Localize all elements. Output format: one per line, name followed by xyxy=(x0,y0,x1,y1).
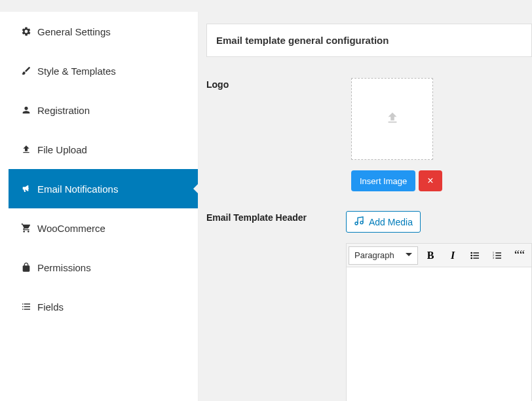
svg-rect-7 xyxy=(473,258,479,258)
add-media-label: Add Media xyxy=(369,217,413,227)
sidebar-item-label: Registration xyxy=(37,105,90,116)
svg-point-2 xyxy=(470,252,472,254)
bullet-list-button[interactable] xyxy=(465,246,485,265)
svg-point-0 xyxy=(355,222,358,225)
bold-button[interactable]: B xyxy=(421,246,440,265)
paragraph-select[interactable]: Paragraph xyxy=(349,246,418,265)
upload-icon xyxy=(385,111,400,127)
svg-point-6 xyxy=(470,257,472,259)
sidebar-item-label: General Settings xyxy=(37,26,111,37)
svg-text:3: 3 xyxy=(493,256,495,259)
sidebar-item-registration[interactable]: Registration xyxy=(9,90,198,130)
list-icon xyxy=(20,301,32,313)
cart-icon xyxy=(20,222,32,234)
editor-body[interactable] xyxy=(347,267,531,401)
svg-rect-3 xyxy=(473,252,479,253)
user-icon xyxy=(20,104,32,116)
upload-icon xyxy=(20,143,32,155)
logo-dropzone[interactable] xyxy=(351,78,433,160)
lock-icon xyxy=(20,261,32,273)
media-icon xyxy=(354,216,364,228)
logo-label: Logo xyxy=(206,78,351,191)
add-media-button[interactable]: Add Media xyxy=(346,211,421,233)
chevron-down-icon xyxy=(406,250,412,260)
italic-button[interactable]: I xyxy=(443,246,463,265)
sidebar-item-general-settings[interactable]: General Settings xyxy=(9,12,198,51)
gear-icon xyxy=(20,26,32,37)
svg-rect-9 xyxy=(495,252,501,253)
remove-image-button[interactable]: × xyxy=(419,170,442,191)
numbered-list-button[interactable]: 123 xyxy=(487,246,507,265)
content-area: Email template general configuration Log… xyxy=(199,12,532,401)
header-label: Email Template Header xyxy=(206,211,346,401)
sidebar-item-label: File Upload xyxy=(37,144,87,155)
editor-toolbar: Paragraph B I 123 xyxy=(347,244,531,267)
sidebar-item-email-notifications[interactable]: Email Notifications xyxy=(9,169,198,208)
sidebar-item-woocommerce[interactable]: WooCommerce xyxy=(9,208,198,248)
sidebar-item-label: Fields xyxy=(37,301,64,313)
svg-rect-11 xyxy=(495,255,501,256)
paragraph-select-label: Paragraph xyxy=(354,250,394,260)
sidebar-item-label: Email Notifications xyxy=(37,183,118,195)
sidebar-item-style-templates[interactable]: Style & Templates xyxy=(9,51,198,90)
svg-rect-5 xyxy=(473,255,479,256)
sidebar-item-label: WooCommerce xyxy=(37,223,105,234)
insert-image-button[interactable]: Insert Image xyxy=(351,170,415,191)
sidebar-item-file-upload[interactable]: File Upload xyxy=(9,130,198,169)
sidebar-item-label: Style & Templates xyxy=(37,66,116,77)
section-header: Email template general configuration xyxy=(206,24,532,57)
megaphone-icon xyxy=(20,183,32,195)
settings-sidebar: General Settings Style & Templates Regis… xyxy=(0,12,199,401)
svg-rect-13 xyxy=(495,258,501,258)
sidebar-item-label: Permissions xyxy=(37,262,91,273)
rich-text-editor: Paragraph B I 123 xyxy=(346,243,532,401)
blockquote-button[interactable]: ““ xyxy=(510,246,529,265)
svg-point-4 xyxy=(470,254,472,256)
sidebar-item-permissions[interactable]: Permissions xyxy=(9,248,198,287)
svg-point-1 xyxy=(360,221,363,224)
brush-icon xyxy=(20,65,32,77)
sidebar-item-fields[interactable]: Fields xyxy=(9,287,198,326)
